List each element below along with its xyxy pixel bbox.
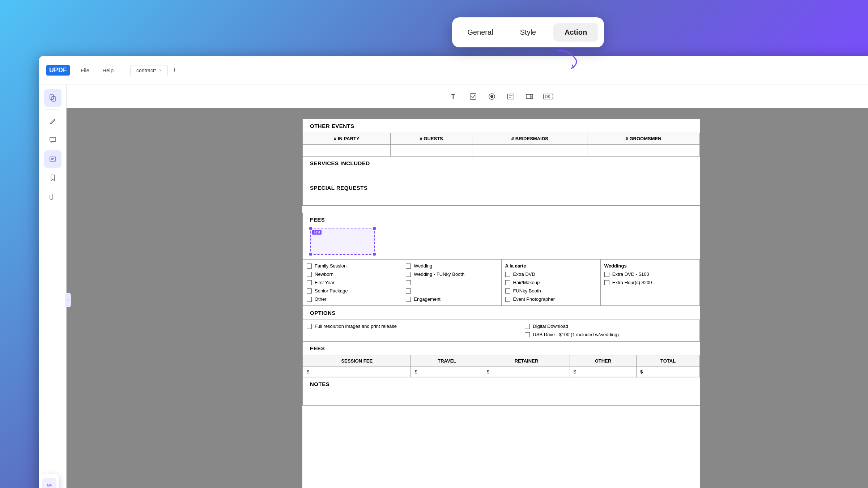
check-label: A la carte bbox=[505, 263, 526, 269]
edit-pen-icon[interactable]: ✏ bbox=[42, 478, 56, 488]
app-window: UPDF File Help contract* × + L — □ × bbox=[39, 56, 868, 488]
svg-rect-3 bbox=[50, 157, 56, 161]
float-tab-general[interactable]: General bbox=[458, 23, 503, 42]
checkbox[interactable] bbox=[307, 297, 312, 302]
toolbar-checkbox-btn[interactable] bbox=[465, 89, 481, 104]
fees-section-header: FEES bbox=[303, 213, 700, 226]
float-tab-action[interactable]: Action bbox=[553, 23, 598, 42]
sidebar-icon-attachments[interactable] bbox=[44, 188, 61, 205]
selected-text-field[interactable]: Text bbox=[310, 228, 375, 255]
pdf-view[interactable]: OTHER EVENTS # IN PARTY # GUESTS # BRIDE… bbox=[67, 108, 868, 488]
app-logo: UPDF bbox=[46, 65, 70, 76]
table-header-party: # IN PARTY bbox=[303, 133, 391, 145]
notes-header: NOTES bbox=[303, 377, 700, 391]
handle-bl[interactable] bbox=[309, 253, 312, 256]
arrow-decoration bbox=[553, 47, 582, 69]
tab-close-icon[interactable]: × bbox=[159, 68, 162, 73]
pdf-document: OTHER EVENTS # IN PARTY # GUESTS # BRIDE… bbox=[302, 119, 700, 488]
table-header-bridesmaids: # BRIDESMAIDS bbox=[472, 133, 587, 145]
handle-tl[interactable] bbox=[309, 227, 312, 230]
checkbox[interactable] bbox=[406, 272, 411, 277]
other-events-header: OTHER EVENTS bbox=[303, 119, 700, 133]
checkbox[interactable] bbox=[307, 280, 312, 285]
float-tab-style[interactable]: Style bbox=[506, 23, 550, 42]
checkbox[interactable] bbox=[505, 280, 510, 285]
check-label: First Year bbox=[315, 280, 335, 285]
toolbar-combo-btn[interactable] bbox=[522, 89, 537, 104]
check-label: Engagement bbox=[414, 296, 441, 302]
session-type-col4: Weddings Extra DVD - $100 Extra Hour(s) … bbox=[600, 260, 699, 306]
svg-rect-2 bbox=[50, 137, 56, 141]
checkbox[interactable] bbox=[307, 264, 312, 269]
checkbox[interactable] bbox=[604, 272, 609, 277]
events-table: # IN PARTY # GUESTS # BRIDESMAIDS # GROO… bbox=[303, 133, 700, 156]
tab-label: contract* bbox=[136, 68, 156, 73]
options-header: OPTIONS bbox=[303, 306, 700, 320]
check-label: Extra Hour(s) $200 bbox=[612, 280, 652, 285]
options-left: Full resolution images and print release bbox=[303, 320, 521, 341]
check-label: Extra DVD bbox=[513, 271, 535, 277]
floating-tooltip: General Style Action bbox=[452, 17, 604, 47]
menu-file[interactable]: File bbox=[76, 65, 94, 76]
sidebar-icon-pages[interactable] bbox=[44, 89, 61, 107]
checkbox[interactable] bbox=[406, 297, 411, 302]
check-label: Senior Package bbox=[315, 288, 348, 294]
fee-val-retainer: $ bbox=[483, 367, 570, 377]
sidebar-icon-comments[interactable] bbox=[44, 132, 61, 149]
checkbox[interactable] bbox=[505, 272, 510, 277]
toolbar-radio-btn[interactable] bbox=[484, 89, 500, 104]
edit-panel: ✏ bbox=[39, 474, 59, 488]
svg-point-12 bbox=[490, 95, 493, 98]
content-area: T OK bbox=[67, 85, 868, 488]
check-label: Wedding - FUNky Booth bbox=[414, 271, 464, 277]
checkbox[interactable] bbox=[307, 288, 312, 294]
add-tab-button[interactable]: + bbox=[169, 65, 179, 76]
check-label: Wedding bbox=[414, 263, 432, 269]
check-label: Full resolution images and print release bbox=[315, 324, 397, 329]
handle-tr[interactable] bbox=[373, 227, 376, 230]
svg-rect-13 bbox=[507, 94, 514, 99]
fee-val-total: $ bbox=[637, 367, 700, 377]
fee-val-other: $ bbox=[570, 367, 636, 377]
toolbar-ok-btn[interactable]: OK bbox=[540, 89, 556, 104]
fee-col-retainer: RETAINER bbox=[483, 355, 570, 367]
session-type-col3: A la carte Extra DVD Hair/Makeup FUNky B… bbox=[501, 260, 600, 306]
sidebar-icon-bookmarks[interactable] bbox=[44, 169, 61, 187]
svg-rect-10 bbox=[470, 94, 476, 99]
checkbox[interactable] bbox=[505, 288, 510, 294]
checkbox[interactable] bbox=[505, 297, 510, 302]
sidebar-icon-edit[interactable] bbox=[44, 113, 61, 130]
checkbox[interactable] bbox=[525, 332, 530, 337]
toolbar: T OK bbox=[67, 85, 868, 108]
checkbox[interactable] bbox=[307, 272, 312, 277]
checkbox[interactable] bbox=[525, 324, 530, 329]
sidebar-icon-forms[interactable] bbox=[44, 150, 61, 168]
check-label: Hair/Makeup bbox=[513, 280, 540, 285]
table-cell bbox=[390, 145, 472, 156]
checkbox[interactable] bbox=[307, 324, 312, 329]
toolbar-text-btn[interactable]: T bbox=[446, 89, 462, 104]
tab-bar: contract* × + bbox=[130, 65, 179, 76]
checkbox[interactable] bbox=[406, 280, 411, 285]
sidebar-collapse-button[interactable]: ‹ bbox=[65, 293, 71, 307]
table-header-groomsmen: # GROOMSMEN bbox=[587, 133, 700, 145]
tab-contract[interactable]: contract* × bbox=[130, 65, 168, 76]
fee-val-travel: $ bbox=[411, 367, 483, 377]
checkbox[interactable] bbox=[406, 264, 411, 269]
toolbar-list-btn[interactable] bbox=[503, 89, 519, 104]
fees2-header: FEES bbox=[303, 342, 700, 355]
fee-col-other: OTHER bbox=[570, 355, 636, 367]
table-cell bbox=[303, 145, 391, 156]
table-header-guests: # GUESTS bbox=[390, 133, 472, 145]
special-requests-header: SPECIAL REQUESTS bbox=[303, 181, 700, 194]
services-header: SERVICES INCLUDED bbox=[303, 157, 700, 170]
check-label: Weddings bbox=[604, 263, 627, 269]
checkbox[interactable] bbox=[604, 280, 609, 285]
checkbox[interactable] bbox=[406, 288, 411, 294]
menu-help[interactable]: Help bbox=[97, 65, 119, 76]
handle-br[interactable] bbox=[373, 253, 376, 256]
check-label: Other bbox=[315, 296, 327, 302]
check-label: Family Session bbox=[315, 263, 346, 269]
check-label bbox=[414, 288, 415, 294]
check-label: USB Drive - $100 (1 included w/wedding) bbox=[533, 332, 619, 337]
